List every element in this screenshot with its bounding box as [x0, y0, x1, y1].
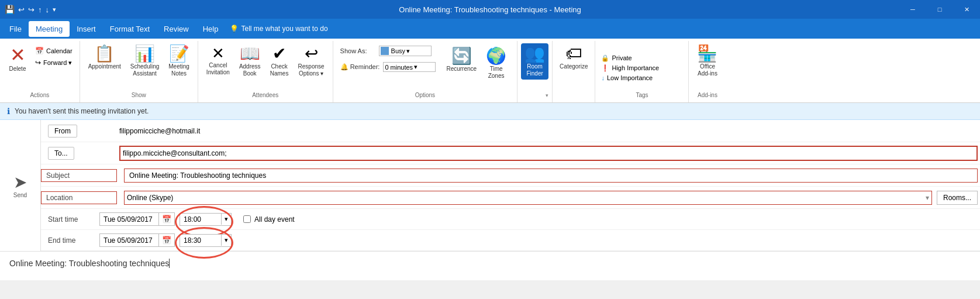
- high-importance-button[interactable]: ❗ High Importance: [600, 64, 660, 73]
- location-input[interactable]: [125, 191, 923, 204]
- show-as-row: Show As: Busy ▾: [340, 46, 436, 56]
- time-zones-button[interactable]: 🌍 TimeZones: [482, 46, 510, 82]
- start-time-row: Start time 📅 ▾ All day event: [41, 209, 980, 230]
- to-label-area: To...: [41, 145, 117, 162]
- office-addins-icon: 🏪: [697, 46, 717, 62]
- menu-format-text[interactable]: Format Text: [103, 21, 157, 37]
- subject-input[interactable]: [127, 170, 975, 181]
- location-row: Location ▾ Rooms...: [41, 187, 980, 209]
- scheduling-assistant-button[interactable]: 📊 SchedulingAssistant: [127, 43, 163, 80]
- all-day-checkbox[interactable]: [243, 215, 251, 223]
- appointment-icon: 📋: [94, 46, 115, 62]
- reminder-select[interactable]: 0 minutes ▾: [383, 62, 436, 72]
- room-finder-group: 👥 RoomFinder ▾: [517, 41, 553, 102]
- subject-label: Subject: [41, 169, 117, 182]
- office-addins-label: OfficeAdd-ins: [698, 63, 717, 77]
- start-date-input[interactable]: [100, 214, 158, 225]
- categorize-group-label: [556, 98, 591, 100]
- minimize-btn[interactable]: ─: [899, 0, 926, 19]
- start-calendar-button[interactable]: 📅: [158, 213, 174, 225]
- up-icon[interactable]: ↑: [38, 5, 42, 14]
- end-calendar-button[interactable]: 📅: [158, 234, 174, 246]
- menu-insert[interactable]: Insert: [70, 21, 103, 37]
- menu-review[interactable]: Review: [157, 21, 196, 37]
- response-options-label: ResponseOptions ▾: [298, 63, 325, 77]
- forward-icon: ↪: [35, 59, 41, 67]
- tags-inner: 🔒 Private ❗ High Importance ↓ Low Import…: [600, 43, 684, 92]
- undo-icon[interactable]: ↩: [18, 5, 25, 14]
- address-book-button[interactable]: 📖 AddressBook: [236, 43, 264, 80]
- check-names-label: CheckNames: [270, 63, 289, 77]
- office-addins-button[interactable]: 🏪 OfficeAdd-ins: [693, 43, 721, 80]
- room-finder-button[interactable]: 👥 RoomFinder: [521, 43, 548, 80]
- appointment-label: Appointment: [88, 63, 121, 70]
- start-time-label: Start time: [48, 215, 95, 224]
- end-time-dropdown-icon[interactable]: ▾: [221, 235, 231, 246]
- private-button[interactable]: 🔒 Private: [600, 54, 660, 63]
- location-dropdown-icon[interactable]: ▾: [923, 191, 931, 204]
- tell-me-input[interactable]: 💡 Tell me what you want to do: [230, 25, 327, 33]
- low-importance-button[interactable]: ↓ Low Importance: [600, 74, 660, 82]
- start-time-wrapper: ▾: [180, 213, 232, 226]
- address-book-label: AddressBook: [239, 63, 261, 77]
- meeting-notes-icon: 📝: [169, 46, 189, 62]
- maximize-btn[interactable]: □: [926, 0, 953, 19]
- send-button[interactable]: ➤: [13, 173, 27, 192]
- save-icon[interactable]: 💾: [5, 5, 15, 14]
- menu-bar: File Meeting Insert Format Text Review H…: [0, 19, 980, 39]
- body-area[interactable]: Online Meeting: Troubleshooting techniqu…: [0, 251, 980, 280]
- menu-help[interactable]: Help: [196, 21, 226, 37]
- send-column: ➤ Send: [0, 120, 41, 251]
- reminder-label: 🔔 Reminder:: [340, 63, 380, 71]
- delete-label: Delete: [9, 66, 26, 73]
- meeting-notes-button[interactable]: 📝 MeetingNotes: [165, 43, 193, 80]
- reminder-dropdown-icon: ▾: [414, 63, 417, 71]
- menu-file[interactable]: File: [2, 21, 29, 37]
- meeting-notes-group: ✕ CancelInvitation 📖 AddressBook ✔ Check…: [198, 41, 333, 102]
- customize-icon[interactable]: ▾: [53, 6, 56, 13]
- room-finder-expand[interactable]: ▾: [521, 92, 548, 100]
- categorize-button[interactable]: 🏷 Categorize: [556, 43, 591, 73]
- ribbon: ✕ Delete 📅 Calendar ↪ Forward ▾ Actions …: [0, 39, 980, 103]
- meeting-notes-label: MeetingNotes: [168, 63, 189, 77]
- actions-group: ✕ Delete 📅 Calendar ↪ Forward ▾ Actions: [0, 41, 80, 102]
- cancel-label: CancelInvitation: [206, 62, 230, 76]
- rooms-button[interactable]: Rooms...: [937, 191, 978, 205]
- menu-meeting[interactable]: Meeting: [29, 21, 70, 37]
- down-icon[interactable]: ↓: [46, 5, 50, 14]
- show-as-select[interactable]: Busy ▾: [379, 46, 432, 56]
- all-day-label: All day event: [254, 215, 295, 224]
- actions-group-label: Actions: [5, 91, 75, 100]
- tags-group: 🔒 Private ❗ High Importance ↓ Low Import…: [595, 41, 689, 102]
- cancel-invitation-button[interactable]: ✕ CancelInvitation: [203, 43, 233, 78]
- appointment-button[interactable]: 📋 Appointment: [85, 43, 125, 73]
- response-options-button[interactable]: ↩ ResponseOptions ▾: [295, 43, 328, 80]
- forward-button[interactable]: ↪ Forward ▾: [33, 57, 75, 68]
- end-time-wrapper: ▾: [180, 234, 232, 247]
- cancel-icon: ✕: [212, 46, 225, 61]
- to-button[interactable]: To...: [48, 147, 74, 160]
- to-input[interactable]: [120, 147, 976, 160]
- address-book-icon: 📖: [240, 46, 260, 62]
- response-options-icon: ↩: [305, 46, 318, 62]
- calendar-button[interactable]: 📅 Calendar: [33, 46, 75, 56]
- delete-icon: ✕: [10, 46, 26, 64]
- end-time-row: End time 📅 ▾: [41, 230, 980, 251]
- subject-row: Subject: [41, 164, 980, 187]
- from-row: From filippomicciche@hotmail.it: [41, 120, 980, 142]
- notification-bar: ℹ You haven't sent this meeting invitati…: [0, 103, 980, 120]
- delete-button[interactable]: ✕ Delete: [5, 43, 30, 75]
- recurrence-icon: 🔄: [451, 48, 472, 64]
- start-time-dropdown-icon[interactable]: ▾: [221, 214, 231, 225]
- start-time-input[interactable]: [180, 214, 221, 225]
- end-date-input[interactable]: [100, 235, 158, 246]
- redo-icon[interactable]: ↪: [28, 5, 34, 14]
- quick-access-toolbar: 💾 ↩ ↪ ↑ ↓ ▾: [5, 5, 56, 14]
- recurrence-button[interactable]: 🔄 Recurrence: [443, 46, 480, 75]
- calendar-icon: 📅: [35, 47, 44, 55]
- close-btn[interactable]: ✕: [953, 0, 980, 19]
- check-names-button[interactable]: ✔ CheckNames: [267, 43, 292, 80]
- title-bar: 💾 ↩ ↪ ↑ ↓ ▾ Online Meeting: Troubleshoot…: [0, 0, 980, 19]
- end-time-input[interactable]: [180, 235, 221, 246]
- from-button[interactable]: From: [48, 125, 77, 138]
